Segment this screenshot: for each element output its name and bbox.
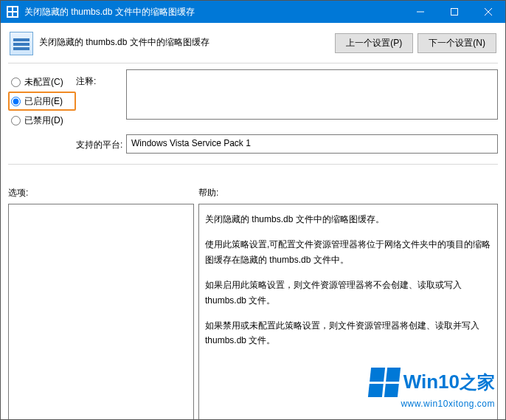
radio-enabled[interactable]: 已启用(E): [8, 92, 76, 111]
next-setting-button[interactable]: 下一个设置(N): [417, 33, 496, 53]
window-icon: [7, 6, 18, 18]
config-row: 未配置(C) 已启用(E) 已禁用(D) 注释:: [1, 68, 505, 131]
policy-title: 关闭隐藏的 thumbs.db 文件中的缩略图缓存: [39, 32, 335, 49]
platform-label: 支持的平台:: [76, 134, 126, 151]
radio-not-configured-label: 未配置(C): [24, 76, 63, 89]
help-text-2: 使用此策略设置,可配置文件资源管理器将位于网络文件夹中的项目的缩略图缓存在隐藏的…: [205, 237, 491, 267]
maximize-button[interactable]: [437, 1, 471, 23]
minimize-button[interactable]: [403, 1, 437, 23]
help-text-3: 如果启用此策略设置，则文件资源管理器将不会创建、读取或写入 thumbs.db …: [205, 278, 491, 308]
state-radios: 未配置(C) 已启用(E) 已禁用(D): [8, 69, 76, 130]
titlebar: 关闭隐藏的 thumbs.db 文件中的缩略图缓存: [1, 1, 505, 23]
radio-not-configured[interactable]: 未配置(C): [8, 72, 76, 92]
options-label: 选项:: [8, 187, 198, 199]
help-text-4: 如果禁用或未配置此策略设置，则文件资源管理器将创建、读取并写入 thumbs.d…: [205, 318, 491, 348]
policy-icon: [10, 32, 33, 55]
platform-value: Windows Vista Service Pack 1: [126, 134, 498, 154]
header: 关闭隐藏的 thumbs.db 文件中的缩略图缓存 上一个设置(P) 下一个设置…: [1, 23, 505, 58]
platform-row: 支持的平台: Windows Vista Service Pack 1: [1, 131, 505, 159]
previous-setting-button[interactable]: 上一个设置(P): [335, 33, 413, 53]
radio-disabled[interactable]: 已禁用(D): [8, 111, 76, 130]
help-panel[interactable]: 关闭隐藏的 thumbs.db 文件中的缩略图缓存。 使用此策略设置,可配置文件…: [198, 204, 498, 420]
svg-rect-0: [451, 9, 458, 16]
radio-disabled-input[interactable]: [11, 116, 21, 125]
radio-disabled-label: 已禁用(D): [24, 114, 63, 127]
radio-not-configured-input[interactable]: [11, 78, 21, 87]
radio-enabled-input[interactable]: [11, 97, 21, 106]
panels: 关闭隐藏的 thumbs.db 文件中的缩略图缓存。 使用此策略设置,可配置文件…: [1, 204, 505, 420]
close-button[interactable]: [471, 1, 505, 23]
help-label: 帮助:: [198, 187, 218, 199]
comment-input[interactable]: [126, 69, 498, 120]
panel-labels: 选项: 帮助:: [1, 169, 505, 204]
radio-enabled-label: 已启用(E): [24, 95, 63, 108]
help-text-1: 关闭隐藏的 thumbs.db 文件中的缩略图缓存。: [205, 212, 491, 227]
window-title: 关闭隐藏的 thumbs.db 文件中的缩略图缓存: [24, 6, 403, 18]
comment-label: 注释:: [76, 69, 126, 130]
divider: [8, 63, 498, 63]
divider-2: [8, 164, 498, 165]
window-controls: [403, 1, 505, 23]
options-panel[interactable]: [8, 204, 194, 420]
